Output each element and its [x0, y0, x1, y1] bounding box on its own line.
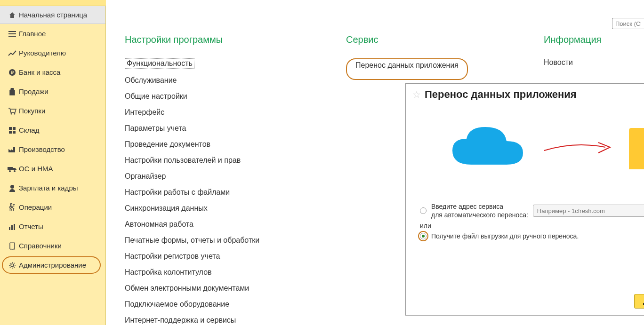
svg-point-13	[14, 170, 16, 172]
settings-link-1[interactable]: Обслуживание	[125, 76, 327, 85]
nav-label: Справочники	[19, 242, 62, 250]
nav-gear[interactable]: Администрирование	[0, 255, 105, 275]
bag-icon	[6, 88, 19, 95]
home-icon	[6, 11, 19, 19]
nav-cart[interactable]: Покупки	[0, 101, 105, 120]
nav-label: Главное	[19, 30, 46, 38]
nav-label: Производство	[19, 145, 65, 153]
nav-label: Склад	[19, 126, 39, 134]
ruble-icon: ₽	[6, 69, 19, 76]
settings-link-7[interactable]: Органайзер	[125, 172, 327, 181]
cart-icon	[6, 107, 19, 115]
svg-point-18	[11, 264, 14, 267]
nav-label: Отчеты	[19, 222, 43, 230]
factory-icon	[6, 146, 19, 153]
settings-link-14[interactable]: Обмен электронными документами	[125, 284, 327, 293]
gear-icon	[6, 262, 19, 269]
svg-rect-9	[9, 131, 12, 134]
settings-link-15[interactable]: Подключаемое оборудование	[125, 300, 327, 309]
arrow-icon	[542, 139, 612, 158]
settings-link-6[interactable]: Настройки пользователей и прав	[125, 156, 327, 165]
menu-icon	[6, 31, 19, 37]
nav-label: Операции	[19, 203, 52, 211]
illustration	[420, 113, 644, 183]
nav-trend[interactable]: Руководителю	[0, 43, 105, 63]
transfer-dialog: ☆ Перенос данных приложения ⋮ ☐ ✕	[405, 83, 644, 316]
svg-rect-10	[13, 131, 16, 134]
svg-rect-2	[8, 36, 16, 37]
main-area: Настройки программы ФункциональностьОбсл…	[106, 0, 644, 325]
settings-link-2[interactable]: Общие настройки	[125, 92, 327, 101]
settings-link-0[interactable]: Функциональность	[125, 58, 194, 69]
info-link-news[interactable]: Новости	[544, 58, 635, 67]
nav-label: Покупки	[19, 107, 45, 115]
grid-icon	[6, 127, 19, 134]
svg-rect-7	[9, 127, 12, 130]
svg-point-12	[9, 170, 11, 172]
settings-link-9[interactable]: Синхронизация данных	[125, 204, 327, 213]
service-link-transfer[interactable]: Перенос данных приложения	[355, 61, 459, 70]
search-input[interactable]	[612, 18, 644, 29]
info-title: Информация	[544, 34, 635, 45]
settings-link-11[interactable]: Печатные формы, отчеты и обработки	[125, 236, 327, 245]
folder-zip-icon	[627, 122, 644, 174]
settings-title: Настройки программы	[125, 34, 327, 45]
settings-link-13[interactable]: Настройка колонтитулов	[125, 268, 327, 277]
person-icon	[6, 184, 19, 192]
nav-menu[interactable]: Главное	[0, 24, 105, 43]
star-icon[interactable]: ☆	[412, 89, 421, 100]
svg-rect-15	[9, 227, 10, 230]
next-button[interactable]: Далее	[634, 294, 644, 309]
svg-rect-17	[14, 224, 15, 230]
nav-grid[interactable]: Склад	[0, 120, 105, 140]
settings-link-4[interactable]: Параметры учета	[125, 124, 327, 133]
cloud-icon	[448, 122, 528, 174]
home-link[interactable]: Начальная страница	[0, 6, 105, 24]
home-label: Начальная страница	[19, 11, 87, 19]
column-settings: Настройки программы ФункциональностьОбсл…	[125, 34, 327, 325]
settings-link-12[interactable]: Настройки регистров учета	[125, 252, 327, 261]
nav-bag[interactable]: Продажи	[0, 82, 105, 101]
nav-bars[interactable]: Отчеты	[0, 217, 105, 236]
svg-point-5	[11, 113, 12, 114]
nav-label: Администрирование	[19, 261, 86, 269]
radio-manual-label: Получите файл выгрузки для ручного перен…	[431, 232, 579, 240]
dtkt-icon: ДтКт	[6, 204, 19, 211]
svg-rect-8	[13, 127, 16, 130]
truck-icon	[6, 166, 19, 172]
sidebar: Начальная страница ГлавноеРуководителю₽Б…	[0, 0, 106, 325]
svg-rect-16	[11, 225, 13, 230]
nav-ruble[interactable]: ₽Банк и касса	[0, 63, 105, 82]
settings-link-5[interactable]: Проведение документов	[125, 140, 327, 149]
nav-truck[interactable]: ОС и НМА	[0, 159, 105, 178]
radio-manual[interactable]	[420, 233, 427, 239]
nav-label: Зарплата и кадры	[19, 184, 78, 192]
nav-book[interactable]: Справочники	[0, 236, 105, 255]
svg-point-6	[14, 113, 16, 114]
svg-rect-0	[8, 31, 16, 32]
nav-label: Банк и касса	[19, 68, 60, 76]
nav-label: Продажи	[19, 87, 48, 95]
dialog-title: Перенос данных приложения	[425, 88, 644, 101]
settings-link-8[interactable]: Настройки работы с файлами	[125, 188, 327, 197]
service-title: Сервис	[346, 34, 525, 45]
bars-icon	[6, 223, 19, 230]
svg-rect-1	[8, 33, 16, 34]
settings-link-10[interactable]: Автономная работа	[125, 220, 327, 229]
svg-text:₽: ₽	[11, 70, 14, 75]
svg-point-14	[10, 185, 14, 189]
settings-link-16[interactable]: Интернет-поддержка и сервисы	[125, 316, 327, 325]
radio-auto[interactable]	[420, 207, 427, 214]
trend-icon	[6, 50, 19, 56]
settings-link-3[interactable]: Интерфейс	[125, 108, 327, 117]
nav-label: ОС и НМА	[19, 165, 53, 173]
book-icon	[6, 242, 19, 250]
or-label: или	[420, 222, 644, 230]
svg-rect-11	[8, 167, 13, 170]
nav-person[interactable]: Зарплата и кадры	[0, 178, 105, 198]
nav-factory[interactable]: Производство	[0, 140, 105, 159]
nav-label: Руководителю	[19, 49, 66, 57]
service-address-input[interactable]	[533, 205, 644, 217]
nav-dtkt[interactable]: ДтКтОперации	[0, 198, 105, 217]
radio-auto-label: Введите адрес сервисадля автоматического…	[431, 202, 528, 219]
